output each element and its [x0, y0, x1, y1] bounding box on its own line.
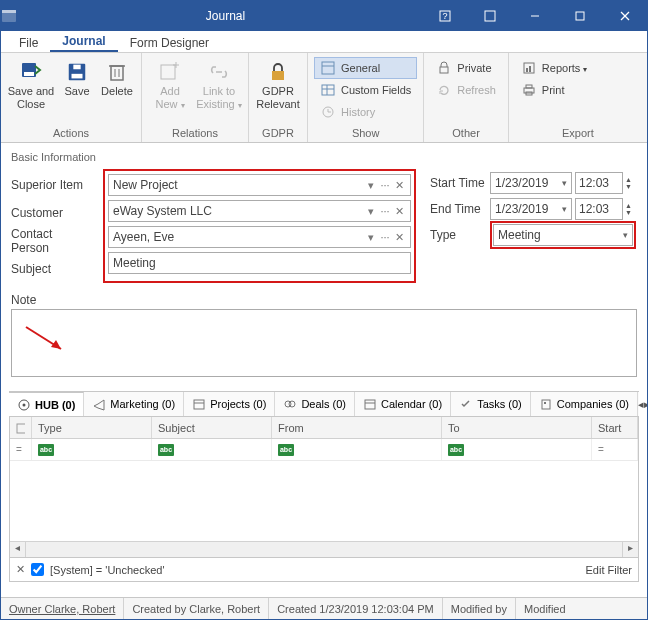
end-time-input[interactable]: 12:03: [575, 198, 623, 220]
menu-form-designer[interactable]: Form Designer: [118, 33, 221, 52]
add-new-icon: [159, 59, 181, 85]
label-subject: Subject: [11, 262, 93, 276]
tab-projects[interactable]: Projects (0): [184, 392, 275, 416]
help-button[interactable]: ?: [422, 1, 467, 31]
print-icon: [521, 82, 537, 98]
label-contact: Contact Person: [11, 227, 93, 255]
minimize-button[interactable]: [512, 1, 557, 31]
add-new-button[interactable]: Add New ▾: [146, 55, 194, 114]
ribbon-group-other: Private Refresh Other: [424, 53, 509, 142]
print-button[interactable]: Print: [515, 79, 594, 101]
section-title: Basic Information: [11, 149, 637, 169]
svg-rect-14: [111, 66, 123, 80]
clear-icon[interactable]: ✕: [392, 231, 406, 244]
close-button[interactable]: [602, 1, 647, 31]
tab-tasks[interactable]: Tasks (0): [451, 392, 531, 416]
scroll-track[interactable]: [26, 542, 622, 557]
chevron-down-icon[interactable]: ▾: [364, 179, 378, 192]
col-subject[interactable]: Subject: [152, 417, 272, 438]
chevron-down-icon[interactable]: ▾: [364, 231, 378, 244]
save-and-close-button[interactable]: Save and Close: [5, 55, 57, 114]
grid-body[interactable]: [10, 461, 638, 541]
general-button[interactable]: General: [314, 57, 417, 79]
padlock-icon: [436, 60, 452, 76]
filter-checkbox[interactable]: [31, 563, 44, 576]
scroll-left-button[interactable]: ◂: [10, 542, 26, 557]
label-superior-item: Superior Item: [11, 178, 93, 192]
delete-button[interactable]: Delete: [97, 55, 137, 102]
col-to[interactable]: To: [442, 417, 592, 438]
svg-rect-32: [526, 68, 528, 72]
svg-rect-48: [544, 402, 546, 404]
start-time-input[interactable]: 12:03: [575, 172, 623, 194]
superior-item-input[interactable]: New Project▾···✕: [108, 174, 411, 196]
tab-deals[interactable]: Deals (0): [275, 392, 355, 416]
svg-rect-47: [542, 400, 550, 409]
scroll-right-button[interactable]: ▸: [622, 542, 638, 557]
highlight-box-type: Meeting▾: [490, 221, 636, 249]
svg-rect-24: [322, 85, 334, 95]
col-type[interactable]: Type: [32, 417, 152, 438]
filter-from[interactable]: abc: [272, 439, 442, 460]
filter-to[interactable]: abc: [442, 439, 592, 460]
abc-icon: abc: [38, 444, 54, 456]
filter-op-icon[interactable]: =: [10, 439, 32, 460]
status-modified-by: Modified by: [443, 598, 516, 619]
save-button[interactable]: Save: [57, 55, 97, 102]
svg-point-40: [23, 403, 26, 406]
reports-button[interactable]: Reports ▾: [515, 57, 594, 79]
menu-file[interactable]: File: [7, 33, 50, 52]
start-date-input[interactable]: 1/23/2019▾: [490, 172, 572, 194]
chevron-down-icon[interactable]: ▾: [562, 178, 567, 188]
type-input[interactable]: Meeting▾: [493, 224, 633, 246]
refresh-button[interactable]: Refresh: [430, 79, 502, 101]
marketing-icon: [92, 397, 106, 411]
tab-companies[interactable]: Companies (0): [531, 392, 638, 416]
lock-icon: [267, 59, 289, 85]
more-icon[interactable]: ···: [378, 205, 392, 217]
end-time-spinner[interactable]: ▲▼: [625, 202, 637, 216]
start-time-spinner[interactable]: ▲▼: [625, 176, 637, 190]
gdpr-relevant-button[interactable]: GDPR Relevant: [253, 55, 303, 114]
clear-icon[interactable]: ✕: [392, 179, 406, 192]
tab-scroll-right[interactable]: ▸: [644, 398, 648, 411]
history-button[interactable]: History: [314, 101, 417, 123]
subject-input[interactable]: Meeting: [108, 252, 411, 274]
projects-icon: [192, 397, 206, 411]
chevron-down-icon[interactable]: ▾: [562, 204, 567, 214]
ribbon: Save and Close Save Delete Actions Add N…: [1, 53, 647, 143]
filter-subject[interactable]: abc: [152, 439, 272, 460]
col-icon[interactable]: [10, 417, 32, 438]
clear-icon[interactable]: ✕: [392, 205, 406, 218]
companies-icon: [539, 397, 553, 411]
menu-journal[interactable]: Journal: [50, 31, 117, 52]
col-start[interactable]: Start: [592, 417, 638, 438]
tab-hub[interactable]: HUB (0): [9, 392, 84, 416]
chevron-down-icon[interactable]: ▾: [623, 230, 628, 240]
maximize-button[interactable]: [557, 1, 602, 31]
abc-icon: abc: [278, 444, 294, 456]
chevron-down-icon[interactable]: ▾: [364, 205, 378, 218]
filter-type[interactable]: abc: [32, 439, 152, 460]
note-input[interactable]: [11, 309, 637, 377]
maximize-alt-button[interactable]: [467, 1, 512, 31]
svg-rect-1: [2, 10, 16, 13]
customer-input[interactable]: eWay System LLC▾···✕: [108, 200, 411, 222]
more-icon[interactable]: ···: [378, 179, 392, 191]
link-existing-button[interactable]: Link to Existing ▾: [194, 55, 244, 114]
edit-filter-link[interactable]: Edit Filter: [586, 564, 632, 576]
custom-fields-button[interactable]: Custom Fields: [314, 79, 417, 101]
note-area: Note: [1, 287, 647, 377]
col-from[interactable]: From: [272, 417, 442, 438]
history-icon: [320, 104, 336, 120]
contact-input[interactable]: Ayeen, Eve▾···✕: [108, 226, 411, 248]
grid-hscroll[interactable]: ◂ ▸: [10, 541, 638, 557]
more-icon[interactable]: ···: [378, 231, 392, 243]
tab-marketing[interactable]: Marketing (0): [84, 392, 184, 416]
filter-start[interactable]: =: [592, 439, 638, 460]
private-button[interactable]: Private: [430, 57, 502, 79]
status-owner[interactable]: Owner Clarke, Robert: [1, 598, 124, 619]
tab-calendar[interactable]: Calendar (0): [355, 392, 451, 416]
end-date-input[interactable]: 1/23/2019▾: [490, 198, 572, 220]
filter-clear-button[interactable]: ✕: [16, 563, 25, 576]
